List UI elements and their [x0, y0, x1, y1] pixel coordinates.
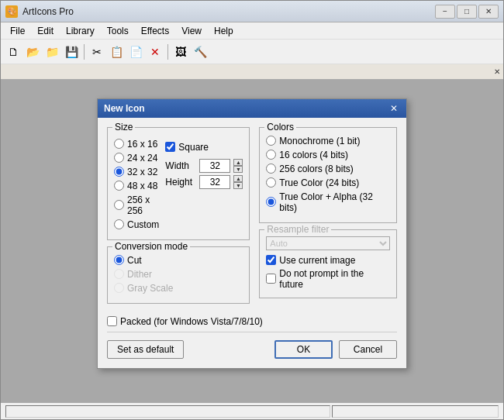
- dialog-right-col: Colors Monochrome (1 bit) 16 colors (4 b…: [259, 127, 397, 310]
- dialog-title: New Icon: [104, 103, 145, 114]
- color-256-label: 256 colors (8 bits): [279, 164, 353, 174]
- no-prompt-label: Do not prompt in the future: [279, 268, 390, 290]
- size-radios: 16 x 16 24 x 24 32 x 32: [114, 136, 159, 233]
- toolbar: 🗋 📂 📁 💾 ✂ 📋 📄 ✕ 🖼 🔨: [1, 40, 503, 64]
- toolbar-sep-2: [167, 44, 168, 60]
- conversion-grayscale-input[interactable]: [114, 283, 124, 293]
- color-tc32-label: True Color + Alpha (32 bits): [279, 191, 390, 213]
- app-title: ArtIcons Pro: [22, 6, 435, 17]
- conversion-cut-label: Cut: [127, 255, 142, 266]
- width-label: Width: [165, 160, 196, 171]
- color-tc24-row: True Color (24 bits): [266, 177, 390, 188]
- app-icon: 🎨: [5, 5, 18, 18]
- conversion-dither-input[interactable]: [114, 269, 124, 279]
- menu-file[interactable]: File: [4, 24, 31, 38]
- color-tc24-input[interactable]: [266, 177, 276, 188]
- app-window: 🎨 ArtIcons Pro − □ ✕ File Edit Library T…: [0, 0, 504, 420]
- resample-group: Resample filter Auto Use current image: [259, 229, 397, 298]
- color-tc24-label: True Color (24 bits): [279, 177, 359, 188]
- size-radio-48-input[interactable]: [114, 181, 124, 191]
- square-checkbox-row: Square: [165, 142, 243, 153]
- main-area: ✕ pics4 anz.com New Icon ✕: [1, 64, 503, 402]
- menu-library[interactable]: Library: [60, 24, 101, 38]
- save-button[interactable]: 💾: [62, 43, 81, 61]
- size-radio-32: 32 x 32: [114, 167, 159, 177]
- divider: [107, 332, 397, 332]
- height-input[interactable]: [199, 175, 230, 189]
- menu-bar: File Edit Library Tools Effects View Hel…: [1, 22, 503, 40]
- width-input[interactable]: [199, 159, 230, 173]
- color-256-input[interactable]: [266, 164, 276, 174]
- menu-edit[interactable]: Edit: [31, 24, 60, 38]
- ok-button[interactable]: OK: [274, 340, 333, 359]
- size-radio-custom-label: Custom: [127, 219, 159, 230]
- color-16-label: 16 colors (4 bits): [279, 150, 348, 160]
- size-radio-32-label: 32 x 32: [127, 167, 157, 177]
- use-current-row: Use current image: [266, 255, 390, 266]
- minimize-button[interactable]: −: [435, 5, 455, 19]
- close-button[interactable]: ✕: [478, 5, 499, 19]
- color-16-input[interactable]: [266, 150, 276, 160]
- color-tc32-input[interactable]: [266, 197, 276, 207]
- dialog-close-button[interactable]: ✕: [388, 102, 400, 115]
- tool2-button[interactable]: 🔨: [191, 43, 209, 61]
- open-button[interactable]: 📂: [23, 43, 42, 61]
- width-up-button[interactable]: ▲: [233, 159, 243, 166]
- cancel-button[interactable]: Cancel: [339, 340, 397, 359]
- height-up-button[interactable]: ▲: [233, 175, 243, 182]
- delete-button[interactable]: ✕: [146, 43, 164, 61]
- size-radio-24-input[interactable]: [114, 153, 124, 163]
- status-left: [5, 405, 330, 418]
- color-mono-input[interactable]: [266, 136, 276, 146]
- status-bar: [1, 402, 503, 419]
- square-label: Square: [178, 142, 209, 153]
- resample-select[interactable]: Auto: [266, 236, 390, 250]
- height-down-button[interactable]: ▼: [233, 182, 243, 189]
- conversion-cut-row: Cut: [114, 255, 243, 266]
- color-mono-label: Monochrome (1 bit): [279, 136, 360, 146]
- size-radio-48: 48 x 48: [114, 181, 159, 191]
- size-radio-256-input[interactable]: [114, 200, 124, 210]
- menu-view[interactable]: View: [175, 24, 208, 38]
- size-radio-32-input[interactable]: [114, 167, 124, 177]
- conversion-cut-input[interactable]: [114, 255, 124, 265]
- size-radio-24-label: 24 x 24: [127, 153, 157, 164]
- new-button[interactable]: 🗋: [4, 43, 22, 61]
- dialog-columns: Size 16 x 16: [107, 127, 397, 310]
- open2-button[interactable]: 📁: [43, 43, 61, 61]
- modal-backdrop: New Icon ✕ Size: [1, 64, 503, 402]
- width-down-button[interactable]: ▼: [233, 166, 243, 173]
- maximize-button[interactable]: □: [457, 5, 477, 19]
- height-spinners: ▲ ▼: [233, 175, 243, 189]
- toolbar-sep-1: [84, 44, 85, 60]
- color-256-row: 256 colors (8 bits): [266, 164, 390, 174]
- no-prompt-row: Do not prompt in the future: [266, 268, 390, 290]
- no-prompt-checkbox[interactable]: [266, 274, 276, 284]
- dialog-left-col: Size 16 x 16: [107, 127, 250, 310]
- dialog-buttons: Set as default OK Cancel: [107, 336, 397, 359]
- copy-button[interactable]: 📋: [107, 43, 126, 61]
- conversion-grayscale-label: Gray Scale: [127, 283, 173, 294]
- size-group: Size 16 x 16: [107, 127, 250, 240]
- set-default-button[interactable]: Set as default: [107, 340, 184, 359]
- window-controls: − □ ✕: [435, 5, 499, 19]
- conversion-dither-row: Dither: [114, 269, 243, 280]
- color-16-row: 16 colors (4 bits): [266, 150, 390, 160]
- size-radio-16-input[interactable]: [114, 139, 124, 149]
- conversion-dither-label: Dither: [127, 269, 152, 280]
- menu-effects[interactable]: Effects: [135, 24, 175, 38]
- square-checkbox[interactable]: [165, 142, 175, 152]
- use-current-checkbox[interactable]: [266, 255, 276, 265]
- menu-help[interactable]: Help: [208, 24, 240, 38]
- menu-tools[interactable]: Tools: [101, 24, 135, 38]
- cut-button[interactable]: ✂: [88, 43, 106, 61]
- size-radio-custom-input[interactable]: [114, 219, 124, 229]
- tool1-button[interactable]: 🖼: [171, 43, 190, 61]
- status-panels: [5, 405, 499, 418]
- packed-checkbox[interactable]: [107, 316, 117, 326]
- size-radio-24: 24 x 24: [114, 153, 159, 164]
- paste-button[interactable]: 📄: [126, 43, 145, 61]
- dialog-title-bar: New Icon ✕: [98, 99, 406, 118]
- conversion-grayscale-row: Gray Scale: [114, 283, 243, 294]
- size-radio-48-label: 48 x 48: [127, 181, 157, 191]
